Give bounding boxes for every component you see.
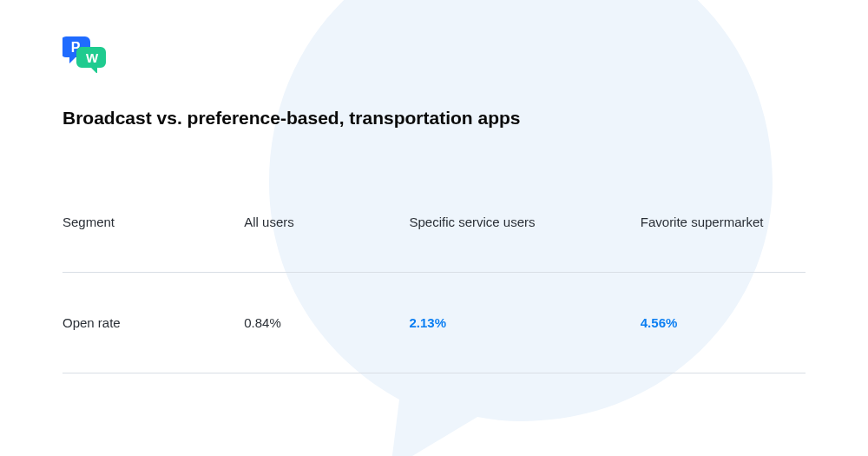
col-header-favorite-supermarket: Favorite supermarket — [641, 215, 806, 229]
comparison-table: Segment All users Specific service users… — [62, 172, 806, 373]
segment-header: Segment — [62, 215, 244, 229]
brand-logo: P W — [62, 35, 806, 76]
value-favorite-supermarket: 4.56% — [641, 315, 806, 330]
table-header-row: Segment All users Specific service users… — [62, 172, 806, 273]
value-specific-service: 2.13% — [409, 315, 640, 330]
table-data-row: Open rate 0.84% 2.13% 4.56% — [62, 273, 806, 373]
open-rate-label: Open rate — [62, 315, 244, 330]
svg-text:W: W — [86, 50, 99, 65]
col-header-all-users: All users — [244, 215, 409, 229]
value-all-users: 0.84% — [244, 315, 409, 330]
col-header-specific-service: Specific service users — [409, 215, 640, 229]
page-title: Broadcast vs. preference-based, transpor… — [62, 108, 806, 129]
